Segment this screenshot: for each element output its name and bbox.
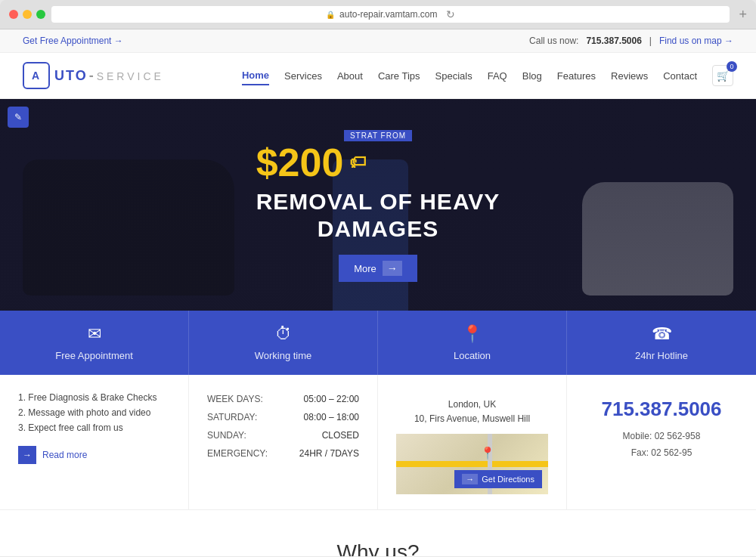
- info-hotline[interactable]: ☎ 24hr Hotline: [567, 311, 756, 375]
- minimize-button[interactable]: [23, 10, 32, 19]
- logo-service: SERVICE: [97, 70, 164, 82]
- address-bar[interactable]: 🔒 auto-repair.vamtam.com ↻: [51, 6, 730, 23]
- lock-icon: 🔒: [326, 11, 335, 19]
- cart-button[interactable]: 🛒 0: [712, 65, 733, 86]
- nav-about[interactable]: About: [337, 67, 363, 85]
- location-label: Location: [454, 350, 491, 361]
- fax-label: Fax:: [631, 447, 649, 458]
- nav-contact[interactable]: Contact: [663, 67, 697, 85]
- refresh-button[interactable]: ↻: [446, 8, 455, 20]
- list-item: Free Diagnosis & Brake Checks: [18, 390, 170, 405]
- working-label: Working time: [255, 350, 312, 361]
- logo-auto: UTO: [54, 68, 88, 83]
- why-us-section: Why us?: [0, 510, 756, 556]
- nav-services[interactable]: Services: [284, 67, 322, 85]
- browser-chrome: 🔒 auto-repair.vamtam.com ↻ +: [0, 0, 756, 29]
- info-location[interactable]: 📍 Location: [378, 311, 567, 375]
- hours-saturday: SATURDAY: 08:00 – 18:00: [207, 408, 359, 426]
- top-bar-appointment[interactable]: Get Free Appointment →: [23, 36, 123, 46]
- why-us-title: Why us?: [23, 540, 733, 556]
- directions-arrow: →: [462, 474, 478, 484]
- logo-icon: A: [23, 62, 50, 89]
- map-road-horizontal: [396, 461, 548, 467]
- hero-arrow-icon: →: [383, 261, 402, 276]
- logo-text: UTO-SERVICE: [54, 68, 164, 84]
- emergency-label: EMERGENCY:: [207, 448, 268, 459]
- list-item: Expect free call from us: [18, 420, 170, 435]
- read-more-label: Read more: [42, 450, 87, 460]
- edit-button[interactable]: ✎: [8, 107, 29, 128]
- hours-sunday: SUNDAY: CLOSED: [207, 426, 359, 444]
- appointment-label: Free Appointment: [55, 350, 133, 361]
- nav-faq[interactable]: FAQ: [488, 67, 507, 85]
- phone-icon: ☎: [652, 324, 672, 344]
- read-more-button[interactable]: → Read more: [18, 446, 87, 464]
- nav-reviews[interactable]: Reviews: [611, 67, 648, 85]
- top-bar-contact: Call us now: 715.387.5006 | Find us on m…: [529, 36, 733, 46]
- address-line1: London, UK: [396, 398, 548, 412]
- header: A UTO-SERVICE Home Services About Care T…: [0, 53, 756, 99]
- hotline-number: 715.387.5006: [585, 398, 738, 421]
- mobile-label: Mobile:: [623, 431, 652, 441]
- sunday-label: SUNDAY:: [207, 430, 246, 441]
- weekdays-time: 05:00 – 22:00: [304, 394, 359, 404]
- edit-icon: ✎: [14, 112, 22, 122]
- new-tab-button[interactable]: +: [739, 7, 747, 23]
- maximize-button[interactable]: [36, 10, 45, 19]
- appointment-link[interactable]: Get Free Appointment →: [23, 36, 123, 46]
- top-bar: Get Free Appointment → Call us now: 715.…: [0, 29, 756, 53]
- address-line2: 10, Firs Avenue, Muswell Hill: [396, 412, 548, 426]
- info-appointment[interactable]: ✉ Free Appointment: [0, 311, 189, 375]
- close-button[interactable]: [9, 10, 18, 19]
- main-nav: Home Services About Care Tips Specials F…: [242, 65, 733, 86]
- list-item: Message with photo and video: [18, 405, 170, 420]
- url-text: auto-repair.vamtam.com: [339, 9, 437, 20]
- nav-care-tips[interactable]: Care Tips: [378, 67, 420, 85]
- logo[interactable]: A UTO-SERVICE: [23, 62, 164, 89]
- hotline-label: 24hr Hotline: [635, 350, 688, 361]
- hero-more-label: More: [354, 263, 376, 274]
- price-value: $200: [256, 143, 344, 182]
- hours-emergency: EMERGENCY: 24HR / 7DAYS: [207, 444, 359, 463]
- appointment-list: Free Diagnosis & Brake Checks Message wi…: [18, 390, 170, 435]
- hero-content: STRAT FROM $200 🏷 REMOVAL OF HEAVY DAMAG…: [256, 128, 500, 282]
- info-working[interactable]: ⏱ Working time: [189, 311, 378, 375]
- location-icon: 📍: [462, 324, 482, 344]
- traffic-lights: [9, 10, 45, 19]
- hero-section: ✎ STRAT FROM $200 🏷 REMOVAL OF HEAVY DAM…: [0, 99, 756, 311]
- hours-weekdays: WEEK DAYS: 05:00 – 22:00: [207, 390, 359, 408]
- map-container: 📍 → Get Directions: [396, 434, 548, 494]
- hero-title: REMOVAL OF HEAVY DAMAGES: [256, 188, 500, 243]
- nav-features[interactable]: Features: [557, 67, 596, 85]
- nav-specials[interactable]: Specials: [435, 67, 472, 85]
- price-label: STRAT FROM: [344, 130, 412, 141]
- nav-home[interactable]: Home: [242, 67, 269, 85]
- hero-title-line2: DAMAGES: [318, 216, 438, 241]
- envelope-icon: ✉: [88, 324, 101, 344]
- location-detail: London, UK 10, Firs Avenue, Muswell Hill…: [378, 375, 567, 509]
- hours-table: WEEK DAYS: 05:00 – 22:00 SATURDAY: 08:00…: [207, 390, 359, 463]
- saturday-time: 08:00 – 18:00: [304, 412, 359, 422]
- info-details: Free Diagnosis & Brake Checks Message wi…: [0, 375, 756, 510]
- map-marker-icon: 📍: [480, 446, 495, 460]
- mobile-number: 02 562-958: [655, 431, 701, 441]
- saturday-label: SATURDAY:: [207, 412, 257, 422]
- map-background[interactable]: 📍 → Get Directions: [396, 434, 548, 494]
- website-content: Get Free Appointment → Call us now: 715.…: [0, 29, 756, 556]
- sunday-time: CLOSED: [322, 430, 359, 441]
- separator: |: [649, 36, 652, 46]
- hero-price: $200 🏷: [256, 143, 500, 182]
- nav-blog[interactable]: Blog: [522, 67, 542, 85]
- location-address: London, UK 10, Firs Avenue, Muswell Hill: [396, 390, 548, 434]
- hero-title-line1: REMOVAL OF HEAVY: [256, 189, 500, 214]
- map-link[interactable]: Find us on map →: [659, 36, 733, 46]
- clock-icon: ⏱: [275, 324, 292, 344]
- call-label: Call us now:: [529, 36, 578, 46]
- hotline-detail: 715.387.5006 Mobile: 02 562-958 Fax: 02 …: [567, 375, 756, 509]
- hero-more-button[interactable]: More →: [339, 255, 417, 282]
- directions-button[interactable]: → Get Directions: [454, 470, 542, 488]
- fax-number: 02 562-95: [651, 447, 692, 458]
- phone-number: 715.387.5006: [586, 36, 641, 46]
- hotline-sub-info: Mobile: 02 562-958 Fax: 02 562-95: [585, 429, 738, 461]
- info-bar: ✉ Free Appointment ⏱ Working time 📍 Loca…: [0, 311, 756, 375]
